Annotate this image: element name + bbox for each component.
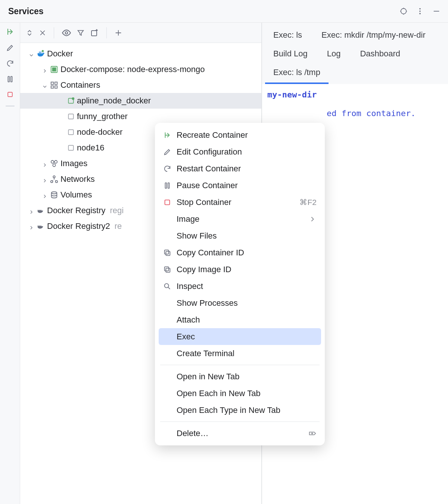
menu-delete[interactable]: Delete…: [155, 425, 325, 442]
menu-image-submenu[interactable]: Image: [155, 211, 325, 227]
rerun-icon[interactable]: [6, 27, 15, 36]
tree-item-container-funny[interactable]: funny_grother: [20, 109, 261, 124]
tab-log[interactable]: Log: [319, 45, 349, 64]
filter-icon[interactable]: [77, 29, 85, 37]
edit-icon[interactable]: [6, 44, 14, 52]
container-context-menu: Recreate Container Edit Configuration Re…: [155, 123, 325, 445]
eye-icon[interactable]: [62, 29, 71, 37]
menu-recreate-container[interactable]: Recreate Container: [155, 127, 325, 143]
svg-point-26: [55, 161, 57, 163]
menu-label: Show Files: [177, 231, 317, 241]
svg-rect-12: [52, 68, 54, 69]
menu-separator: [160, 365, 320, 365]
close-icon[interactable]: [39, 29, 46, 37]
menu-show-files[interactable]: Show Files: [155, 227, 325, 244]
tree-item-docker[interactable]: Docker: [20, 46, 261, 62]
chevron-right-icon[interactable]: [42, 66, 48, 72]
expand-collapse-icon[interactable]: [25, 29, 34, 37]
tree-secondary: regi: [110, 206, 124, 215]
menu-label: Attach: [177, 315, 317, 325]
menu-label: Create Terminal: [177, 349, 317, 358]
compose-icon: [50, 65, 58, 74]
tree-label: apline_node_docker: [77, 96, 151, 106]
menu-label: Image: [177, 214, 303, 224]
svg-point-10: [42, 50, 44, 52]
panel-title: Services: [8, 6, 44, 16]
menu-exec[interactable]: Exec: [159, 328, 321, 345]
svg-point-31: [52, 192, 57, 194]
tab-exec-mkdir[interactable]: Exec: mkdir /tmp/my-new-dir: [313, 27, 434, 45]
menu-open-new-tab[interactable]: Open in New Tab: [155, 368, 325, 385]
menu-separator: [160, 421, 320, 422]
chevron-right-icon[interactable]: [28, 208, 34, 214]
docker-registry-icon: [37, 222, 45, 230]
tab-build-log[interactable]: Build Log: [265, 45, 316, 64]
svg-point-8: [65, 31, 68, 34]
menu-label: Show Processes: [177, 298, 317, 308]
menu-attach[interactable]: Attach: [155, 311, 325, 328]
menu-shortcut: ⌘F2: [299, 198, 317, 207]
menu-label: Open Each in New Tab: [177, 389, 317, 398]
tree-label: Docker Registry2: [47, 221, 110, 231]
tree-item-container-apline[interactable]: apline_node_docker: [20, 93, 261, 109]
tab-exec-ls-tmp[interactable]: Exec: ls /tmp: [265, 64, 329, 84]
svg-point-39: [165, 283, 169, 287]
svg-rect-33: [168, 183, 169, 188]
chevron-right-icon[interactable]: [42, 161, 48, 167]
stop-icon[interactable]: [6, 91, 14, 98]
menu-create-terminal[interactable]: Create Terminal: [155, 345, 325, 362]
menu-label: Inspect: [177, 281, 317, 291]
svg-rect-32: [165, 183, 167, 188]
container-running-icon: [67, 97, 75, 105]
edit-icon: [163, 148, 171, 156]
chevron-down-icon[interactable]: [28, 51, 34, 57]
chevron-right-icon: [308, 215, 317, 223]
svg-point-27: [53, 164, 55, 167]
menu-copy-image-id[interactable]: Copy Image ID: [155, 261, 325, 278]
add-icon[interactable]: [114, 29, 122, 37]
tab-dashboard[interactable]: Dashboard: [352, 45, 408, 64]
tree-item-compose[interactable]: Docker-compose: node-express-mongo: [20, 62, 261, 77]
menu-edit-configuration[interactable]: Edit Configuration: [155, 143, 325, 160]
search-icon: [163, 282, 171, 290]
tree-label: node-docker: [77, 127, 122, 137]
pause-icon[interactable]: [6, 75, 14, 83]
svg-point-0: [401, 9, 407, 14]
chevron-down-icon[interactable]: [42, 82, 48, 88]
chevron-right-icon[interactable]: [42, 176, 48, 182]
svg-rect-5: [8, 77, 9, 82]
menu-open-each-type-new-tab[interactable]: Open Each Type in New Tab: [155, 402, 325, 419]
target-icon[interactable]: [399, 7, 408, 15]
menu-inspect[interactable]: Inspect: [155, 278, 325, 295]
tree-item-containers[interactable]: Containers: [20, 77, 261, 93]
menu-show-processes[interactable]: Show Processes: [155, 295, 325, 311]
delete-icon: [308, 429, 317, 438]
svg-rect-15: [55, 70, 56, 71]
new-window-icon[interactable]: [90, 28, 99, 37]
menu-pause-container[interactable]: Pause Container: [155, 177, 325, 194]
menu-stop-container[interactable]: Stop Container ⌘F2: [155, 194, 325, 211]
svg-rect-18: [51, 86, 53, 88]
chevron-right-icon[interactable]: [42, 192, 48, 198]
minimize-icon[interactable]: [432, 7, 441, 15]
stop-icon: [163, 198, 171, 206]
docker-registry-icon: [37, 206, 45, 215]
menu-open-each-new-tab[interactable]: Open Each in New Tab: [155, 385, 325, 402]
tree-label: Containers: [60, 80, 100, 90]
menu-label: Restart Container: [177, 164, 317, 174]
menu-restart-container[interactable]: Restart Container: [155, 160, 325, 177]
menu-label: Recreate Container: [177, 130, 317, 140]
output-tabs: Exec: ls Exec: mkdir /tmp/my-new-dir Bui…: [262, 23, 448, 84]
more-icon[interactable]: [416, 7, 424, 15]
menu-label: Delete…: [177, 429, 303, 438]
svg-point-25: [51, 161, 54, 163]
svg-rect-22: [68, 114, 73, 119]
chevron-right-icon[interactable]: [28, 223, 34, 229]
tab-exec-ls[interactable]: Exec: ls: [265, 27, 310, 45]
svg-rect-7: [8, 92, 12, 97]
refresh-icon[interactable]: [6, 59, 14, 68]
svg-rect-34: [165, 200, 170, 205]
tree-label: Docker Registry: [47, 206, 105, 215]
menu-label: Exec: [177, 332, 317, 342]
menu-copy-container-id[interactable]: Copy Container ID: [155, 244, 325, 261]
